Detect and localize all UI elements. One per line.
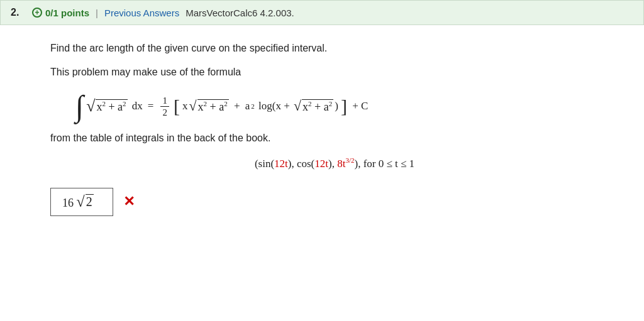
plus-sign-1: + [231,100,243,112]
intro-line1: Find the arc length of the given curve o… [50,40,619,57]
lhs-dx: dx [130,100,143,112]
curve-specification: (sin(12t), cos(12t), 8t3/2), for 0 ≤ t ≤… [50,156,619,170]
rhs-radical2: √ x2 + a2 [294,98,333,114]
answer-text: 16 √ 2 [62,193,94,210]
rhs-radical2-symbol: √ [294,98,301,114]
from-table-text: from the table of integrals in the back … [50,133,619,144]
rhs-term1: x √ x2 + a2 [182,98,229,114]
rhs-radical1: √ x2 + a2 [189,98,228,114]
wrong-mark-icon: ✕ [123,193,135,210]
rhs-term2: a2 log(x + √ x2 + a2 ) [245,98,338,114]
radical-content: x2 + a2 [96,99,127,114]
answer-radical: √ 2 [77,193,94,210]
highlight-12t-2: 12t [314,158,328,170]
question-header: 2. + 0/1 points | Previous Answers MarsV… [0,0,644,25]
formula-block: ∫ √ x2 + a2 dx = 1 2 [ x √ x [75,91,619,121]
intro-line2: This problem may make use of the formula [50,64,619,80]
integral-sign-icon: ∫ [75,91,84,121]
answer-radical-content: 2 [86,194,94,209]
question-number: 2. [11,7,26,18]
answer-radical-symbol: √ [77,193,85,210]
answer-row: 16 √ 2 ✕ [50,188,619,216]
plus-c: + C [350,100,368,112]
previous-answers-label[interactable]: Previous Answers [104,8,179,18]
radical-symbol: √ [86,97,95,116]
points-label: 0/1 points [45,8,89,18]
points-badge: + 0/1 points [32,8,89,18]
highlight-8t: 8t3/2 [337,158,354,170]
answer-box: 16 √ 2 [50,188,113,216]
divider: | [96,8,98,18]
lhs-radical: √ x2 + a2 [86,97,127,116]
highlight-12t-1: 12t [274,158,288,170]
rhs-content: 1 2 [ x √ x2 + a2 + a2 log(x + √ x2 + a2 [158,95,368,118]
rhs-radical1-symbol: √ [189,98,196,114]
bracket-right-icon: ] [341,97,347,116]
fraction-numerator: 1 [160,95,169,107]
rhs-radical1-content: x2 + a2 [197,99,229,114]
bracket-left-icon: [ [174,97,180,116]
circle-plus-icon: + [32,8,42,18]
rhs-radical2-content: x2 + a2 [302,99,333,114]
equals-sign: = [148,100,154,112]
fraction-denominator: 2 [160,107,169,118]
fraction-half: 1 2 [160,95,169,118]
problem-id: MarsVectorCalc6 4.2.003. [186,8,294,18]
question-body: Find the arc length of the given curve o… [0,25,644,235]
lhs-sqrt: √ x2 + a2 dx [86,97,143,116]
